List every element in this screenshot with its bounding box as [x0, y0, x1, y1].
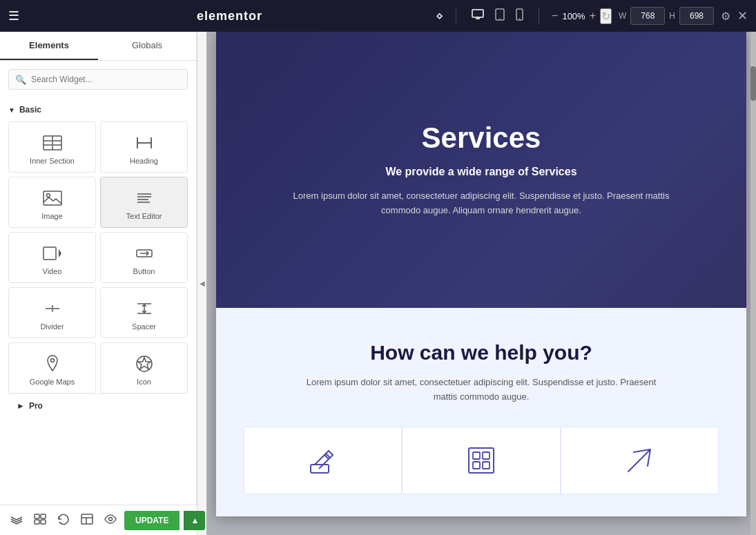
basic-widget-grid: Inner Section Heading — [8, 121, 188, 393]
pro-arrow-icon: ► — [17, 401, 25, 411]
tab-globals[interactable]: Globals — [98, 32, 196, 60]
hero-content: Services We provide a wide range of Serv… — [281, 121, 681, 218]
services-title: How can we help you? — [370, 341, 592, 364]
widget-icon[interactable]: Icon — [100, 342, 188, 393]
hero-title: Services — [281, 121, 681, 155]
top-bar: ☰ elementor ⋄ − 100% + ↻ W H ⚙ ✕ — [0, 0, 756, 32]
hero-subtitle: We provide a wide range of Services — [281, 166, 681, 178]
tablet-icon[interactable] — [492, 6, 507, 26]
svg-point-49 — [109, 518, 113, 521]
widget-section: ▼ Basic Inn — [0, 98, 196, 535]
sidebar-collapse-handle[interactable]: ◀ — [197, 32, 206, 535]
width-label: W — [619, 11, 626, 21]
service-icon-1 — [304, 441, 342, 480]
svg-marker-34 — [138, 358, 151, 369]
spacer-label: Spacer — [132, 322, 156, 331]
svg-point-4 — [499, 18, 501, 19]
widget-divider[interactable]: Divider — [8, 287, 96, 338]
icon-label: Icon — [137, 378, 151, 386]
divider-icon — [43, 299, 62, 318]
divider2 — [539, 8, 539, 24]
widget-google-maps[interactable]: Google Maps — [8, 342, 96, 393]
desktop-icon[interactable] — [469, 6, 487, 26]
mobile-icon[interactable] — [513, 6, 526, 26]
canvas-area[interactable]: Services We provide a wide range of Serv… — [206, 32, 756, 535]
service-card-2 — [402, 427, 560, 494]
search-input[interactable] — [8, 69, 188, 90]
update-arrow-button[interactable]: ▲ — [184, 511, 205, 530]
pro-section[interactable]: ► Pro — [8, 393, 188, 418]
zoom-out-button[interactable]: − — [552, 10, 558, 22]
svg-rect-37 — [469, 448, 494, 473]
collapse-arrow-icon: ◀ — [200, 280, 205, 287]
bottom-bar: UPDATE ▲ — [0, 505, 197, 535]
layers-icon[interactable] — [7, 512, 26, 529]
hamburger-menu-icon[interactable]: ☰ — [8, 8, 19, 23]
hero-section: Services We provide a wide range of Serv… — [216, 32, 746, 308]
svg-rect-22 — [43, 247, 56, 260]
close-button[interactable]: ✕ — [737, 8, 748, 23]
sidebar: Elements Globals 🔍 ▼ Basic — [0, 32, 197, 535]
width-input[interactable] — [630, 7, 665, 25]
basic-section-title[interactable]: ▼ Basic — [8, 105, 188, 115]
zoom-value: 100% — [562, 11, 585, 21]
svg-rect-40 — [473, 462, 480, 469]
tab-elements[interactable]: Elements — [0, 32, 98, 60]
widget-button[interactable]: Button — [100, 232, 188, 283]
hero-body: Lorem ipsum dolor sit amet, consectetuer… — [281, 189, 681, 218]
text-editor-label: Text Editor — [126, 212, 162, 220]
service-icon-3 — [620, 441, 659, 480]
widget-heading[interactable]: Heading — [100, 121, 188, 173]
divider — [456, 8, 456, 24]
widget-inner-section[interactable]: Inner Section — [8, 121, 96, 173]
widget-video[interactable]: Video — [8, 232, 96, 283]
widget-text-editor[interactable]: Text Editor — [100, 177, 188, 228]
svg-rect-44 — [35, 520, 39, 524]
search-box: 🔍 — [8, 69, 188, 90]
height-input[interactable] — [679, 7, 714, 25]
scrollbar-thumb[interactable] — [750, 66, 756, 101]
heading-icon — [135, 133, 154, 153]
services-section: How can we help you? Lorem ipsum dolor s… — [216, 308, 746, 516]
service-card-3 — [561, 427, 719, 494]
spacer-icon — [135, 299, 154, 318]
navigator-icon[interactable] — [30, 512, 50, 529]
basic-label: Basic — [19, 105, 41, 115]
svg-rect-43 — [41, 514, 46, 518]
grid-icon[interactable]: ⋄ — [436, 8, 443, 23]
button-label: Button — [133, 267, 155, 275]
scrollbar-track[interactable] — [750, 32, 756, 535]
svg-marker-23 — [59, 249, 61, 257]
image-label: Image — [41, 212, 63, 220]
svg-rect-46 — [81, 514, 93, 524]
services-body: Lorem ipsum dolor sit amet, consectetuer… — [295, 376, 668, 405]
settings-button[interactable]: ⚙ — [721, 10, 730, 23]
google-maps-label: Google Maps — [30, 378, 75, 386]
button-icon — [135, 244, 154, 263]
basic-arrow-icon: ▼ — [8, 106, 15, 114]
svg-rect-41 — [483, 462, 490, 469]
inner-section-label: Inner Section — [30, 157, 75, 165]
heading-label: Heading — [130, 157, 158, 165]
svg-point-17 — [46, 194, 50, 197]
update-button[interactable]: UPDATE — [124, 511, 180, 530]
video-label: Video — [43, 267, 62, 275]
undo-button[interactable]: ↻ — [600, 8, 612, 24]
svg-rect-45 — [41, 520, 46, 524]
pro-label: Pro — [29, 401, 43, 411]
zoom-controls: − 100% + ↻ — [552, 8, 612, 24]
svg-point-6 — [519, 18, 521, 19]
svg-rect-0 — [472, 10, 483, 17]
svg-rect-38 — [473, 452, 480, 459]
dimension-controls: W H — [619, 7, 714, 25]
template-icon[interactable] — [77, 512, 97, 529]
widget-image[interactable]: Image — [8, 177, 96, 228]
zoom-in-button[interactable]: + — [590, 10, 596, 22]
preview-icon[interactable] — [101, 512, 120, 529]
services-icons-row — [244, 427, 719, 494]
history-icon[interactable] — [54, 511, 73, 529]
image-icon — [43, 188, 62, 208]
video-icon — [43, 244, 62, 263]
search-icon: 🔍 — [15, 75, 26, 85]
widget-spacer[interactable]: Spacer — [100, 287, 188, 338]
